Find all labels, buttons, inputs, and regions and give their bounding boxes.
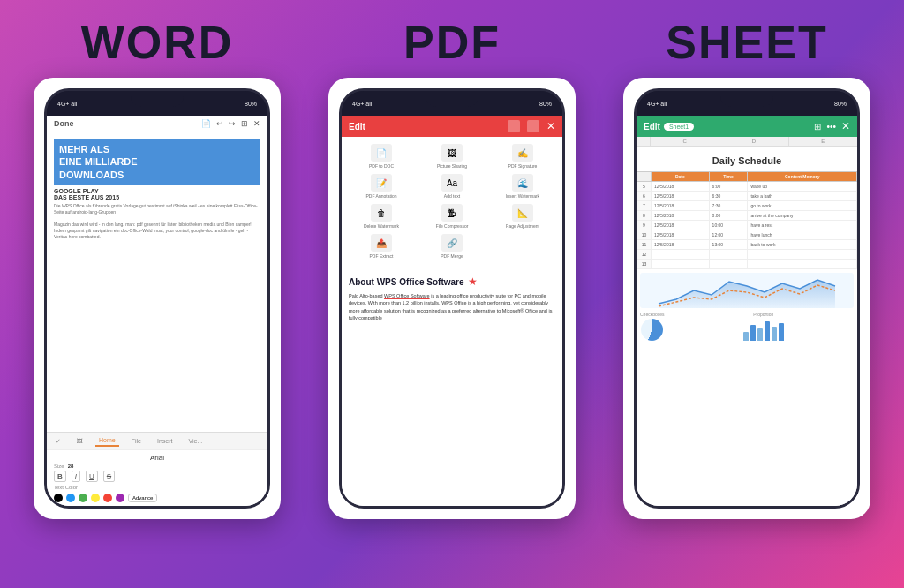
word-status-right: 80% — [245, 101, 257, 107]
color-red[interactable] — [103, 494, 112, 502]
word-redo-icon[interactable]: ↪ — [229, 119, 236, 128]
word-close-icon[interactable]: ✕ — [253, 119, 260, 128]
row-time-11: 13:00 — [709, 240, 748, 250]
pdf-menu-item-merge[interactable]: 🔗 PDF Merge — [419, 234, 485, 259]
insert-watermark-label: Insert Watermark — [506, 193, 539, 199]
sheet-checkboxes-label: Checkboxes — [640, 312, 665, 317]
word-textcolor-label: Text Color — [54, 485, 260, 490]
pdf-to-doc-label: PDF to DOC — [369, 163, 394, 169]
sheet-line-chart — [640, 273, 854, 308]
color-black[interactable] — [54, 494, 63, 502]
pdf-menu-item-signature[interactable]: ✍ PDF Signature — [490, 144, 555, 169]
color-purple[interactable] — [116, 494, 124, 502]
pdf-menu-item-pageadj[interactable]: 📐 Page Adjustment — [490, 204, 555, 229]
word-tab-file[interactable]: File — [128, 436, 145, 446]
bar-3 — [757, 328, 763, 341]
sheet-close-icon[interactable]: ✕ — [841, 120, 850, 132]
color-green[interactable] — [79, 494, 87, 502]
sheet-table-header-row: Date Time Content Memory — [637, 172, 857, 182]
sheet-tab-name[interactable]: Sheet1 — [664, 123, 694, 131]
pdf-export-icon[interactable] — [527, 120, 539, 132]
page-adjustment-icon: 📐 — [512, 204, 533, 222]
row-date-9: 12/5/2018 — [652, 221, 710, 230]
sheet-pie-area: Checkboxes — [640, 312, 665, 341]
pdf-status-right: 80% — [539, 101, 552, 107]
sheet-toolbar-icons: ⊞ ••• ✕ — [814, 120, 850, 132]
word-phone-device: 4G+ all 80% Done 📄 ↩ ↪ ⊞ ✕ — [44, 88, 270, 509]
sheet-status-right: 80% — [834, 101, 847, 107]
sheet-col-headers: C D E — [637, 137, 857, 147]
row-num-9: 9 — [637, 221, 652, 230]
bar-4 — [765, 321, 770, 341]
pdf-phone-device: 4G+ all 80% Edit ✕ — [339, 88, 565, 509]
pdf-menu-item-insertwatermark[interactable]: 🌊 Insert Watermark — [490, 174, 555, 199]
main-container: WORD 4G+ all 80% Done 📄 ↩ ↪ — [0, 0, 904, 588]
sheet-th-num — [637, 172, 652, 182]
color-yellow[interactable] — [91, 494, 100, 502]
word-tab-view[interactable]: Vie... — [185, 436, 206, 446]
pdf-about-row: About WPS Office Software ★ — [349, 273, 555, 289]
pdf-body-text: Palo Alto-based WPS Office Software is a… — [349, 292, 555, 321]
row-content-8: arrive at the company — [748, 211, 857, 221]
pdf-menu-item-annotation[interactable]: 📝 PDF Annotation — [349, 174, 414, 199]
word-advance-btn[interactable]: Advance — [128, 494, 157, 502]
row-date-6: 12/5/2018 — [652, 192, 710, 201]
sheet-more-icon[interactable]: ••• — [826, 122, 836, 132]
word-tab-home[interactable]: Home — [95, 435, 119, 447]
word-more-icon[interactable]: ⊞ — [241, 119, 248, 128]
word-tabs: ✓ 🖼 Home File Insert Vie... — [47, 432, 267, 449]
pdf-wps-underline: WPS Office Software — [384, 293, 430, 298]
sheet-bar-chart — [743, 319, 784, 341]
word-tab-check[interactable]: ✓ — [52, 436, 64, 447]
row-time-10: 12:00 — [709, 230, 748, 240]
row-content-5: wake up — [748, 182, 857, 192]
pdf-calendar-icon[interactable] — [508, 120, 520, 132]
pdf-menu-item-pdftodoc[interactable]: 📄 PDF to DOC — [349, 144, 414, 169]
word-size-row: Size 28 — [54, 464, 260, 469]
table-row: 12 — [637, 250, 857, 260]
pdf-signature-icon: ✍ — [512, 144, 533, 162]
pdf-menu-item-extract[interactable]: 📤 PDF Extract — [349, 234, 414, 259]
row-date-5: 12/5/2018 — [652, 182, 710, 192]
row-content-9: have a rest — [748, 221, 857, 230]
color-blue[interactable] — [66, 494, 75, 502]
word-done-button[interactable]: Done — [54, 119, 74, 128]
row-num-10: 10 — [637, 230, 652, 240]
word-color-picker: Advance — [54, 494, 260, 502]
pdf-menu-item-compressor[interactable]: 🗜 File Compressor — [419, 204, 485, 229]
insert-watermark-icon: 🌊 — [512, 174, 533, 192]
pdf-close-icon[interactable]: ✕ — [546, 120, 555, 132]
bar-2 — [750, 325, 756, 341]
sheet-title: SHEET — [666, 16, 827, 69]
word-format-row: B I U S — [54, 471, 260, 482]
pdf-menu-item-addtext[interactable]: Aa Add text — [419, 174, 485, 199]
table-row: 5 12/5/2018 6:00 wake up — [637, 182, 857, 192]
word-strike-btn[interactable]: S — [103, 471, 115, 482]
sheet-chart-area: Checkboxes Proportion — [637, 269, 857, 344]
pdf-extract-label: PDF Extract — [370, 253, 394, 259]
row-date-7: 12/5/2018 — [652, 201, 710, 211]
word-underline-btn[interactable]: U — [86, 471, 98, 482]
sheet-pie-bar-row: Checkboxes Proportion — [640, 312, 854, 341]
row-time-5: 6:00 — [709, 182, 748, 192]
sheet-section: SHEET 4G+ all 80% Edit Sheet1 — [607, 9, 886, 579]
pdf-extract-icon: 📤 — [371, 234, 392, 252]
row-num-5: 5 — [637, 182, 652, 192]
page-adjustment-label: Page Adjustment — [506, 223, 539, 229]
word-title: WORD — [81, 16, 234, 69]
pdf-menu-item-picturesharing[interactable]: 🖼 Picture Sharing — [419, 144, 485, 169]
line-chart-svg — [640, 273, 854, 308]
word-undo-icon[interactable]: ↩ — [216, 119, 223, 128]
word-bold-btn[interactable]: B — [54, 471, 66, 482]
word-tab-img[interactable]: 🖼 — [73, 436, 87, 446]
sheet-row-col — [637, 137, 651, 146]
sheet-export-icon[interactable]: ⊞ — [814, 122, 821, 132]
bar-5 — [772, 327, 777, 341]
word-toolbar: Done 📄 ↩ ↪ ⊞ ✕ — [47, 116, 267, 132]
pdf-menu-item-deletewatermark[interactable]: 🗑 Delete Watermark — [349, 204, 414, 229]
word-italic-btn[interactable]: I — [72, 471, 80, 482]
row-content-11: back to work — [748, 240, 857, 250]
row-time-9: 10:00 — [709, 221, 748, 230]
pdf-signature-label: PDF Signature — [508, 163, 538, 169]
word-tab-insert[interactable]: Insert — [154, 436, 177, 446]
